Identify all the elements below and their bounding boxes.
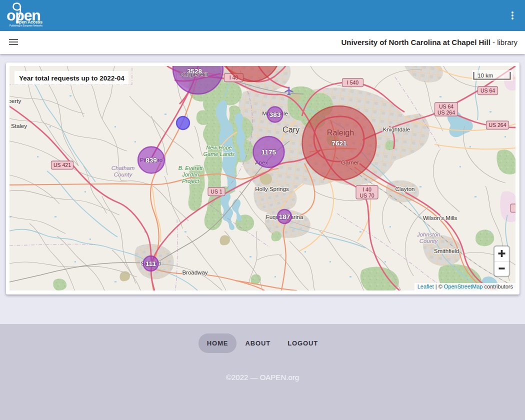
svg-text:Clayton: Clayton — [396, 186, 415, 192]
svg-text:383: 383 — [270, 111, 281, 118]
svg-text:Jordan: Jordan — [182, 172, 199, 178]
svg-text:County: County — [114, 172, 133, 178]
svg-text:US 64: US 64 — [439, 104, 454, 110]
svg-text:187: 187 — [279, 213, 290, 220]
svg-text:839: 839 — [146, 156, 157, 164]
svg-text:Smithfield: Smithfield — [434, 248, 460, 254]
svg-text:Liberty: Liberty — [10, 98, 22, 104]
svg-text:Open Access: Open Access — [16, 20, 42, 24]
svg-text:Project: Project — [182, 178, 200, 184]
svg-text:US 264: US 264 — [438, 110, 455, 116]
svg-text:Holly Springs: Holly Springs — [255, 186, 289, 192]
svg-text:Staley: Staley — [11, 123, 27, 129]
svg-text:7621: 7621 — [332, 140, 347, 147]
svg-text:US 64: US 64 — [480, 88, 495, 94]
svg-text:111: 111 — [146, 260, 156, 268]
svg-text:Year total requests up to 2022: Year total requests up to 2022-04 — [19, 74, 124, 82]
svg-text:1175: 1175 — [262, 148, 276, 156]
svg-text:Cary: Cary — [282, 126, 300, 134]
svg-text:10 km: 10 km — [478, 72, 493, 78]
svg-text:Broadway: Broadway — [182, 270, 208, 276]
svg-text:I 40: I 40 — [362, 186, 372, 192]
svg-text:New Hope: New Hope — [206, 144, 232, 150]
svg-text:Game Lands: Game Lands — [204, 151, 235, 157]
svg-text:B. Everett: B. Everett — [178, 165, 203, 171]
svg-text:Chatham: Chatham — [112, 165, 135, 171]
svg-text:3528: 3528 — [187, 68, 202, 75]
svg-text:Johnston: Johnston — [416, 232, 440, 238]
svg-text:US 421: US 421 — [54, 162, 71, 168]
svg-text:County: County — [420, 238, 438, 244]
svg-text:Knightdale: Knightdale — [383, 126, 410, 132]
svg-text:US 1: US 1 — [210, 188, 222, 194]
svg-text:Wilson's Mills: Wilson's Mills — [423, 215, 458, 221]
svg-text:I 540: I 540 — [347, 80, 359, 86]
svg-text:US 70: US 70 — [360, 192, 374, 198]
svg-text:Leaflet | © OpenStreetMap cont: Leaflet | © OpenStreetMap contributors — [418, 284, 514, 290]
svg-text:US 264: US 264 — [488, 122, 506, 128]
svg-text:Publishing in European Network: Publishing in European Networks — [10, 24, 43, 27]
